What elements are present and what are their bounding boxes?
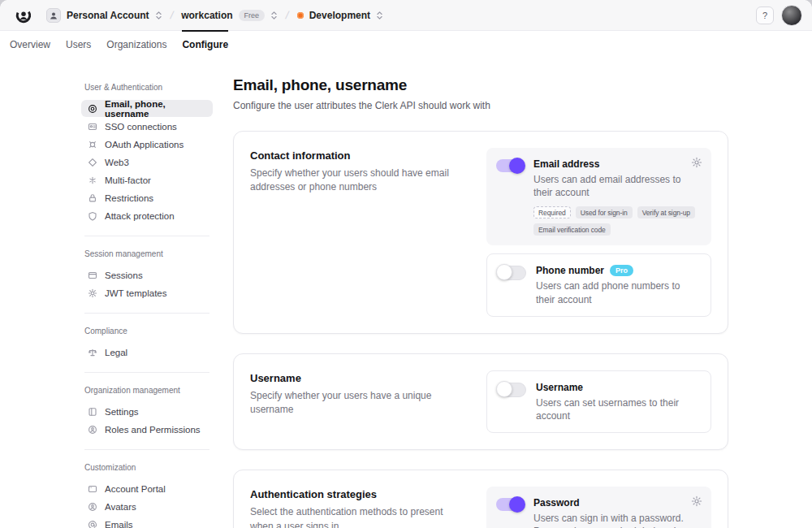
sidebar-item-label: OAuth Applications bbox=[105, 140, 184, 149]
email-address-toggle[interactable] bbox=[496, 159, 524, 172]
top-header: Personal Account / workcation Free / Dev… bbox=[0, 0, 812, 31]
sidebar-item-sessions[interactable]: Sessions bbox=[81, 266, 213, 283]
lock-icon bbox=[88, 193, 97, 203]
divider bbox=[84, 449, 209, 450]
sidebar-section-label: Session management bbox=[84, 249, 213, 258]
panel-body: Username Users can set usernames to thei… bbox=[536, 381, 701, 422]
card-description-column: Authentication strategies Select the aut… bbox=[250, 487, 486, 528]
sidebar-item-web3[interactable]: Web3 bbox=[81, 154, 213, 171]
settings-gear-icon[interactable] bbox=[691, 496, 702, 507]
sidebar-item-jwt-templates[interactable]: JWT templates bbox=[81, 284, 213, 301]
app-window: Personal Account / workcation Free / Dev… bbox=[0, 0, 812, 528]
sidebar-item-sso-connections[interactable]: SSO connections bbox=[81, 118, 213, 135]
toggle-knob bbox=[496, 381, 512, 397]
gear-icon bbox=[88, 288, 97, 298]
diamond-icon bbox=[88, 158, 97, 167]
sidebar-item-oauth-applications[interactable]: OAuth Applications bbox=[81, 136, 213, 153]
used-for-sign-in-badge: Used for sign-in bbox=[576, 206, 633, 219]
badge-row: Required Used for sign-in Verify at sign… bbox=[533, 206, 702, 236]
sidebar-item-label: JWT templates bbox=[105, 288, 166, 298]
panel-description: Users can add email addresses to their a… bbox=[533, 173, 702, 199]
fingerprint-icon bbox=[88, 104, 97, 114]
sidebar-item-account-portal[interactable]: Account Portal bbox=[81, 480, 213, 497]
tab-organizations[interactable]: Organizations bbox=[106, 31, 166, 58]
sidebar-section-label: Compliance bbox=[84, 327, 213, 335]
sidebar-item-avatars[interactable]: Avatars bbox=[81, 498, 213, 515]
sidebar-item-multi-factor[interactable]: Multi-factor bbox=[81, 171, 213, 188]
phone-number-toggle[interactable] bbox=[497, 266, 526, 280]
environment-dot-icon bbox=[297, 12, 304, 19]
required-badge: Required bbox=[533, 206, 571, 219]
sidebar-item-label: Attack protection bbox=[105, 211, 175, 221]
sidebar-item-label: SSO connections bbox=[105, 122, 177, 132]
card-controls-column: Password Users can sign in with a passwo… bbox=[486, 487, 711, 528]
shield-icon bbox=[88, 211, 97, 221]
chevron-updown-icon bbox=[270, 11, 278, 20]
verify-at-sign-up-badge: Verify at sign-up bbox=[637, 206, 695, 219]
sidebar-item-label: Web3 bbox=[105, 158, 129, 167]
card-description-column: Username Specify whether your users have… bbox=[250, 370, 486, 433]
sidebar-item-roles-permissions[interactable]: Roles and Permissions bbox=[81, 421, 213, 438]
email-verification-code-badge: Email verification code bbox=[533, 223, 611, 236]
divider bbox=[84, 372, 209, 373]
card-controls-column: Email address Users can add email addres… bbox=[486, 148, 711, 317]
sidebar-item-label: Multi-factor bbox=[105, 175, 151, 185]
panel-icon bbox=[88, 407, 97, 417]
sidebar-item-label: Avatars bbox=[105, 502, 136, 512]
breadcrumb-account[interactable]: Personal Account bbox=[46, 8, 162, 23]
card-title: Authentication strategies bbox=[250, 488, 464, 500]
panel-title: Phone number bbox=[536, 265, 604, 276]
sidebar-item-email-phone-username[interactable]: Email, phone, username bbox=[81, 100, 213, 117]
help-label: ? bbox=[762, 11, 767, 20]
breadcrumb-separator: / bbox=[284, 9, 290, 21]
card-controls-column: Username Users can set usernames to thei… bbox=[486, 370, 711, 433]
toggle-knob bbox=[509, 496, 525, 513]
tab-users[interactable]: Users bbox=[66, 31, 91, 58]
account-avatar-icon bbox=[46, 8, 61, 23]
panel-description: Users can sign in with a password. Passw… bbox=[533, 512, 702, 528]
scales-icon bbox=[88, 348, 97, 357]
panel-title: Password bbox=[533, 497, 580, 509]
settings-gear-icon[interactable] bbox=[691, 157, 702, 168]
panel-description: Users can add phone numbers to their acc… bbox=[536, 279, 701, 305]
username-toggle[interactable] bbox=[497, 383, 526, 397]
password-toggle[interactable] bbox=[496, 498, 524, 511]
sidebar-item-label: Emails bbox=[105, 520, 133, 528]
breadcrumb-environment[interactable]: Development bbox=[297, 10, 383, 21]
tab-overview[interactable]: Overview bbox=[10, 31, 50, 58]
clerk-logo-icon[interactable] bbox=[15, 6, 32, 24]
sidebar-item-label: Roles and Permissions bbox=[105, 425, 201, 435]
sidebar-item-label: Settings bbox=[105, 407, 139, 417]
tab-configure[interactable]: Configure bbox=[182, 31, 228, 58]
settings-sidebar: User & Authentication Email, phone, user… bbox=[81, 58, 213, 528]
panel-body: Email address Users can add email addres… bbox=[533, 158, 702, 236]
breadcrumb-workspace[interactable]: workcation Free bbox=[181, 10, 278, 21]
asterisk-icon bbox=[88, 175, 97, 185]
content-area: User & Authentication Email, phone, user… bbox=[0, 58, 812, 528]
panel-body: Password Users can sign in with a passwo… bbox=[533, 496, 702, 528]
sidebar-item-attack-protection[interactable]: Attack protection bbox=[81, 207, 213, 224]
sidebar-item-label: Account Portal bbox=[105, 484, 166, 494]
chevron-updown-icon bbox=[155, 11, 162, 20]
sidebar-item-settings[interactable]: Settings bbox=[81, 403, 213, 420]
help-button[interactable]: ? bbox=[756, 6, 774, 24]
account-label: Personal Account bbox=[67, 10, 149, 21]
oauth-token-icon bbox=[88, 140, 97, 149]
sidebar-section-label: Organization management bbox=[84, 386, 213, 395]
panel-description: Users can set usernames to their account bbox=[536, 396, 701, 422]
panel-title: Email address bbox=[533, 158, 599, 170]
sidebar-item-emails[interactable]: Emails bbox=[81, 516, 213, 528]
sidebar-item-legal[interactable]: Legal bbox=[81, 344, 213, 361]
card-description-column: Contact information Specify whether your… bbox=[250, 148, 486, 317]
workspace-label: workcation bbox=[181, 10, 232, 21]
pro-badge: Pro bbox=[610, 265, 633, 276]
user-avatar[interactable] bbox=[781, 5, 802, 26]
window-icon bbox=[88, 484, 97, 494]
contact-information-card: Contact information Specify whether your… bbox=[233, 131, 728, 334]
page-title: Email, phone, username bbox=[233, 76, 728, 94]
page-subtitle: Configure the user attributes the Clerk … bbox=[233, 100, 728, 111]
chevron-updown-icon bbox=[376, 11, 383, 20]
password-panel: Password Users can sign in with a passwo… bbox=[486, 487, 711, 528]
sidebar-item-restrictions[interactable]: Restrictions bbox=[81, 189, 213, 206]
divider bbox=[84, 236, 209, 236]
